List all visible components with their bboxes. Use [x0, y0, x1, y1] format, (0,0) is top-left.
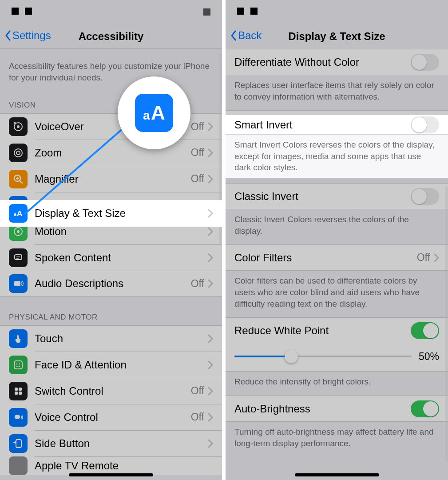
svg-rect-16 — [15, 392, 18, 395]
text-size-icon-large: aA — [135, 94, 173, 132]
touch-icon — [9, 329, 28, 348]
row-smart-invert[interactable]: Smart Invert — [226, 115, 448, 135]
svg-point-2 — [14, 149, 22, 157]
row-value: Off — [191, 173, 204, 185]
row-footer: Smart Invert Colors reverses the colors … — [226, 135, 448, 178]
svg-rect-19 — [16, 440, 21, 448]
pane-accessibility: Settings Accessibility Accessibility fea… — [0, 0, 222, 480]
toggle-auto-brightness[interactable] — [411, 400, 439, 417]
row-label: Apple TV Remote — [35, 460, 213, 472]
slider-white-point[interactable] — [234, 350, 412, 363]
svg-text:a: a — [14, 212, 17, 217]
row-color-filters[interactable]: Color Filters Off — [226, 244, 448, 271]
row-voice-control[interactable]: Voice Control Off — [0, 404, 222, 430]
pane-display-text-size: Back Display & Text Size Differentiate W… — [226, 0, 448, 480]
row-classic-invert[interactable]: Classic Invert — [226, 183, 448, 209]
row-label: Reduce White Point — [234, 324, 411, 337]
svg-text:A: A — [17, 209, 22, 218]
row-footer: Classic Invert Colors reverses the color… — [226, 209, 448, 244]
row-label: Face ID & Attention — [35, 359, 208, 371]
chevron-right-icon — [208, 227, 213, 236]
svg-point-3 — [16, 151, 20, 155]
row-value: Off — [191, 278, 204, 290]
chevron-right-icon — [208, 209, 213, 218]
row-magnifier[interactable]: Magnifier Off — [0, 166, 222, 192]
row-label: Classic Invert — [234, 190, 411, 203]
svg-text:a: a — [143, 108, 150, 122]
row-footer: Turning off auto-brightness may affect b… — [226, 422, 448, 457]
row-label: Differentiate Without Color — [234, 56, 411, 68]
row-value: Off — [191, 411, 204, 423]
svg-point-12 — [16, 363, 18, 364]
row-side-button[interactable]: Side Button — [0, 430, 222, 456]
row-spoken-content[interactable]: Spoken Content — [0, 244, 222, 271]
slider-row-white-point: 50% — [226, 344, 448, 372]
row-label: Zoom — [35, 147, 191, 159]
highlight-block-smart-invert: Smart Invert Smart Invert Colors reverse… — [226, 115, 448, 178]
row-switch-control[interactable]: Switch Control Off — [0, 378, 222, 404]
highlight-row-display-text-size[interactable]: aA Display & Text Size — [0, 200, 222, 227]
row-label: Side Button — [35, 437, 208, 450]
row-label: Audio Descriptions — [35, 277, 191, 290]
audio-descriptions-icon — [9, 274, 28, 293]
row-audio-descriptions[interactable]: Audio Descriptions Off — [0, 271, 222, 297]
row-zoom[interactable]: Zoom Off — [0, 140, 222, 166]
row-value: Off — [191, 385, 204, 397]
apple-tv-remote-icon — [9, 456, 28, 475]
row-label: Motion — [35, 225, 208, 238]
row-touch[interactable]: Touch — [0, 325, 222, 352]
row-label: Touch — [35, 332, 208, 345]
pane-divider — [222, 0, 226, 480]
svg-rect-18 — [15, 415, 20, 419]
svg-point-1 — [17, 125, 20, 128]
nav-bar: Settings Accessibility — [0, 24, 222, 49]
chevron-right-icon — [208, 279, 213, 288]
row-apple-tv-remote[interactable]: Apple TV Remote — [0, 456, 222, 475]
status-bar — [226, 0, 448, 24]
page-title: Accessibility — [0, 30, 222, 43]
svg-rect-11 — [14, 361, 22, 369]
svg-rect-15 — [19, 388, 22, 391]
row-face-id[interactable]: Face ID & Attention — [0, 352, 222, 378]
row-footer: Replaces user interface items that rely … — [226, 75, 448, 110]
row-footer: Reduce the intensity of bright colors. — [226, 372, 448, 396]
toggle-classic-invert[interactable] — [411, 188, 439, 205]
row-label: Smart Invert — [234, 119, 411, 131]
toggle-reduce-white-point[interactable] — [411, 322, 439, 339]
scrollbar-thumb[interactable] — [445, 187, 448, 462]
row-label: Display & Text Size — [35, 207, 208, 220]
home-indicator[interactable] — [295, 473, 379, 476]
home-indicator[interactable] — [69, 473, 153, 476]
intro-text: Accessibility features help you customiz… — [0, 49, 222, 89]
svg-point-13 — [19, 363, 20, 364]
chevron-right-icon — [208, 387, 213, 396]
row-value: Off — [191, 121, 204, 133]
chevron-right-icon — [434, 253, 439, 262]
row-value: Off — [417, 252, 430, 264]
side-button-icon — [9, 434, 28, 453]
switch-control-icon — [9, 382, 28, 400]
chevron-right-icon — [208, 148, 213, 157]
svg-point-8 — [17, 230, 20, 233]
toggle-smart-invert[interactable] — [411, 116, 439, 133]
row-reduce-white-point[interactable]: Reduce White Point — [226, 317, 448, 344]
row-footer: Color filters can be used to differentia… — [226, 271, 448, 317]
row-label: Auto-Brightness — [234, 403, 411, 415]
callout-bubble: aA — [118, 76, 190, 149]
face-id-icon — [9, 356, 28, 374]
row-auto-brightness[interactable]: Auto-Brightness — [226, 396, 448, 422]
spoken-content-icon — [9, 248, 28, 267]
voiceover-icon — [9, 117, 28, 136]
row-label: Spoken Content — [35, 252, 208, 264]
section-header-motor: PHYSICAL AND MOTOR — [0, 297, 222, 325]
chevron-right-icon — [208, 360, 213, 369]
chevron-right-icon — [208, 122, 213, 131]
zoom-icon — [9, 144, 28, 162]
page-title: Display & Text Size — [226, 30, 448, 43]
row-differentiate-color[interactable]: Differentiate Without Color — [226, 49, 448, 75]
voice-control-icon — [9, 408, 28, 427]
row-label: Voice Control — [35, 411, 191, 424]
svg-rect-14 — [15, 388, 18, 391]
chevron-right-icon — [208, 413, 213, 422]
toggle-differentiate-color[interactable] — [411, 54, 439, 71]
